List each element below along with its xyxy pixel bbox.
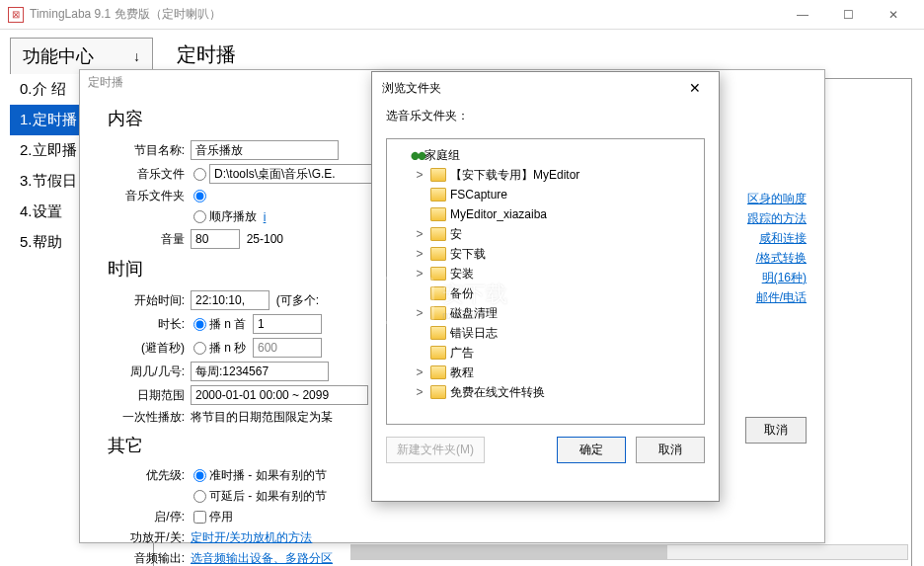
music-folder-radio[interactable] (193, 190, 206, 202)
play-n-sec-radio[interactable] (193, 342, 206, 355)
n-sec-input (253, 338, 322, 358)
tree-item[interactable]: >教程 (391, 363, 700, 382)
tree-item-label: 安装 (450, 266, 474, 283)
expand-icon[interactable]: > (413, 365, 426, 379)
info-link[interactable]: i (264, 210, 267, 224)
tree-item[interactable]: >安装 (391, 264, 700, 283)
tree-item[interactable]: >安下载 (391, 244, 700, 264)
label-duration: 时长: (96, 316, 191, 333)
tree-item[interactable]: 错误日志 (391, 323, 700, 343)
tree-item[interactable]: FSCapture (391, 185, 700, 204)
browse-folder-dialog: 浏览文件夹 ✕ 选音乐文件夹： ⬤⬤家庭组>【安下载专用】MyEditorFSC… (371, 71, 720, 502)
close-button[interactable]: ✕ (871, 0, 916, 30)
prio-opt1: 准时播 - 如果有别的节 (209, 467, 327, 484)
n-song-input[interactable] (253, 314, 322, 334)
expand-icon[interactable]: > (413, 227, 426, 241)
folder-icon (430, 306, 446, 320)
folder-icon (430, 326, 446, 340)
tree-item-label: 家庭组 (424, 147, 460, 164)
tree-item-label: MyEditor_xiazaiba (450, 207, 547, 221)
dialog-title: 浏览文件夹 (382, 80, 681, 97)
folder-icon (430, 188, 446, 202)
tree-item[interactable]: ⬤⬤家庭组 (391, 145, 700, 165)
right-link-5[interactable]: 邮件/电话 (747, 287, 807, 307)
tree-item[interactable]: >免费在线文件转换 (391, 382, 700, 402)
seq-play-radio[interactable] (193, 210, 206, 223)
prio-delay-radio[interactable] (193, 490, 206, 503)
label-music-file: 音乐文件 (96, 166, 191, 183)
label-priority: 优先级: (96, 467, 191, 484)
play-n-song-radio[interactable] (193, 318, 206, 331)
tree-item[interactable]: 广告 (391, 343, 700, 363)
right-link-list: 区身的响度跟踪的方法咸和连接/格式转换明(16种)邮件/电话 (747, 189, 807, 307)
right-link-1[interactable]: 跟踪的方法 (747, 208, 807, 228)
right-link-3[interactable]: /格式转换 (747, 248, 807, 268)
label-date-range: 日期范围 (96, 387, 191, 404)
volume-input[interactable] (191, 229, 240, 249)
ok-button[interactable]: 确定 (557, 437, 626, 463)
program-name-input[interactable] (191, 140, 339, 160)
app-icon: ⊠ (8, 7, 24, 23)
dialog-close-button[interactable]: ✕ (681, 80, 709, 96)
titlebar: ⊠ TimingLaba 9.1 免费版（定时喇叭） — ☐ ✕ (0, 0, 924, 30)
new-folder-button: 新建文件夹(M) (386, 437, 485, 463)
week-input[interactable] (191, 362, 329, 381)
start-time-input[interactable] (191, 290, 270, 310)
prio-ontime-radio[interactable] (193, 469, 206, 482)
tree-item-label: 安下载 (450, 246, 486, 263)
expand-icon[interactable]: > (413, 306, 426, 320)
seq-play-label: 顺序播放 (209, 208, 257, 225)
date-range-input[interactable] (191, 385, 368, 405)
expand-icon[interactable]: > (413, 267, 426, 281)
folder-icon (430, 207, 446, 221)
folder-tree[interactable]: ⬤⬤家庭组>【安下载专用】MyEditorFSCaptureMyEditor_x… (386, 138, 705, 425)
tree-item-label: 教程 (450, 364, 474, 381)
disable-label: 停用 (209, 509, 233, 526)
volume-range: 25-100 (247, 232, 283, 246)
tree-item-label: 免费在线文件转换 (450, 384, 545, 401)
label-enable: 启/停: (96, 509, 191, 526)
dialog-cancel-button[interactable]: 取消 (636, 437, 705, 463)
label-start: 开始时间: (96, 292, 191, 309)
label-once: 一次性播放: (96, 409, 191, 426)
tree-item[interactable]: MyEditor_xiazaiba (391, 204, 700, 224)
window-title: TimingLaba 9.1 免费版（定时喇叭） (30, 6, 780, 23)
homegroup-icon: ⬤⬤ (411, 151, 424, 160)
tree-item[interactable]: >磁盘清理 (391, 303, 700, 323)
expand-icon[interactable]: > (413, 168, 426, 182)
right-link-2[interactable]: 咸和连接 (747, 228, 807, 248)
folder-icon (430, 227, 446, 241)
tree-item-label: 错误日志 (450, 325, 498, 342)
func-link[interactable]: 定时开/关功放机的方法 (191, 529, 312, 546)
folder-icon (430, 286, 446, 300)
tree-item-label: 安 (450, 226, 462, 243)
label-week: 周几/几号: (96, 364, 191, 380)
tree-item[interactable]: >【安下载专用】MyEditor (391, 165, 700, 185)
dropdown-icon: ↓ (133, 48, 140, 64)
music-file-radio[interactable] (193, 168, 206, 181)
music-path-input[interactable] (209, 164, 377, 184)
tree-item-label: FSCapture (450, 188, 507, 202)
expand-icon[interactable]: > (413, 385, 426, 399)
right-link-4[interactable]: 明(16种) (747, 268, 807, 287)
start-hint: (可多个: (276, 292, 319, 309)
expand-icon[interactable]: > (413, 247, 426, 261)
tree-item-label: 备份 (450, 285, 474, 302)
folder-icon (430, 247, 446, 261)
maximize-button[interactable]: ☐ (825, 0, 871, 30)
tree-item[interactable]: 备份 (391, 283, 700, 303)
label-program: 节目名称: (96, 142, 191, 159)
dialog-hint: 选音乐文件夹： (386, 108, 705, 124)
label-music-folder: 音乐文件夹 (96, 188, 191, 204)
disable-checkbox[interactable] (193, 511, 206, 524)
label-volume: 音量 (96, 231, 191, 248)
tree-item-label: 磁盘清理 (450, 305, 498, 322)
panel-cancel-button[interactable]: 取消 (745, 417, 807, 444)
audio-link[interactable]: 选音频输出设备、多路分区 (191, 550, 333, 566)
folder-icon (430, 168, 446, 182)
right-link-0[interactable]: 区身的响度 (747, 189, 807, 208)
tree-item[interactable]: >安 (391, 224, 700, 244)
minimize-button[interactable]: — (780, 0, 825, 30)
label-delay: (避首秒) (96, 340, 191, 357)
dialog-titlebar: 浏览文件夹 ✕ (372, 72, 719, 104)
